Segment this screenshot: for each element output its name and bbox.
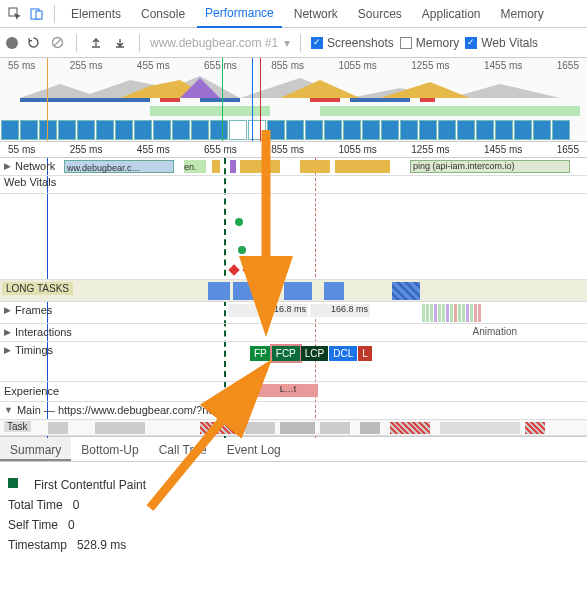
frame-segment[interactable]: 166.8 ms [310,304,370,317]
tab-application[interactable]: Application [414,1,489,27]
overview-timeline[interactable]: 55 ms 255 ms 455 ms 655 ms 855 ms 1055 m… [0,58,587,142]
tick: 655 ms [204,60,237,71]
memory-label: Memory [416,36,459,50]
tick: 255 ms [70,60,103,71]
tab-network[interactable]: Network [286,1,346,27]
checkbox-icon: ✓ [311,37,323,49]
vital-dot[interactable] [235,218,243,226]
summary-pane: First Contentful Paint Total Time 0 Self… [0,462,587,568]
memory-checkbox[interactable]: Memory [400,36,459,50]
expand-icon[interactable]: ▶ [4,305,11,315]
req-label: en. [184,162,197,172]
long-task[interactable] [324,282,344,300]
timing-fcp[interactable]: FCP [272,346,300,361]
tick: 1655 [557,60,579,71]
timings-label: Timings [15,344,53,356]
frame-time: 166.8 ms [331,304,368,314]
tab-calltree[interactable]: Call Tree [149,437,217,461]
req-label: ping (api-iam.intercom.io) [413,161,515,171]
tick: 1055 ms [338,144,376,155]
expand-icon[interactable]: ▶ [4,327,11,337]
record-button[interactable] [6,37,18,49]
network-request[interactable]: ww.debugbear.c… [64,160,174,173]
expand-icon[interactable]: ▶ [4,345,11,355]
frames-track[interactable]: ▶Frames 216.8 ms 166.8 ms [0,302,587,324]
expand-icon[interactable]: ▶ [4,161,11,171]
exp-text: L…t [280,384,297,394]
timing-l[interactable]: L [358,346,372,361]
timing-fp[interactable]: FP [250,346,271,361]
tab-elements[interactable]: Elements [63,1,129,27]
main-label: Main — https://www.debugbear.com/?noredi… [17,404,251,416]
tab-bottomup[interactable]: Bottom-Up [71,437,148,461]
dropdown-icon[interactable]: ▾ [284,36,290,50]
animation-label: Animation [473,326,517,337]
animation-bars [422,304,482,322]
tick: 855 ms [271,144,304,155]
network-request[interactable] [212,160,220,173]
flamechart-ruler[interactable]: 55 ms 255 ms 455 ms 655 ms 855 ms 1055 m… [0,142,587,158]
network-request[interactable] [335,160,390,173]
tab-memory[interactable]: Memory [493,1,552,27]
long-task[interactable] [284,282,312,300]
long-task[interactable] [233,282,255,300]
flamechart-area[interactable]: ▶Network ww.debugbear.c… en. ping (api-i… [0,158,587,436]
svg-line-4 [54,39,61,46]
tick: 255 ms [70,144,103,155]
tab-summary[interactable]: Summary [0,437,71,461]
req-label: ww.debugbear.c… [65,163,141,173]
timestamp-label: Timestamp [8,538,67,552]
overview-cpu [0,74,587,98]
tab-console[interactable]: Console [133,1,193,27]
network-request[interactable]: en. [184,160,206,173]
upload-icon[interactable] [87,34,105,52]
overview-ticks: 55 ms 255 ms 455 ms 655 ms 855 ms 1055 m… [0,58,587,73]
checkbox-icon [400,37,412,49]
timings-track[interactable]: ▶Timings FPFCPLCPDCLL [0,342,587,382]
marker-line [252,58,253,141]
tab-performance[interactable]: Performance [197,0,282,28]
webvitals-label: Web Vitals [4,176,56,188]
clear-icon[interactable] [48,34,66,52]
experience-track[interactable]: Experience L…t [0,382,587,402]
separator [54,5,55,23]
recording-name[interactable]: www.debugbear.com #1 [150,36,278,50]
long-task[interactable] [392,282,420,300]
long-task[interactable] [208,282,230,300]
network-request[interactable] [300,160,330,173]
vital-dot[interactable] [238,246,246,254]
inspect-icon[interactable] [6,5,24,23]
network-track[interactable]: ▶Network ww.debugbear.c… en. ping (api-i… [0,158,587,176]
download-icon[interactable] [111,34,129,52]
self-time-value: 0 [68,518,75,532]
timing-lcp[interactable]: LCP [301,346,328,361]
tab-sources[interactable]: Sources [350,1,410,27]
screenshots-checkbox[interactable]: ✓ Screenshots [311,36,394,50]
expand-icon[interactable]: ▼ [4,405,13,415]
interactions-track[interactable]: ▶Interactions Animation [0,324,587,342]
overview-filmstrip [0,120,587,140]
tick: 855 ms [271,60,304,71]
checkbox-icon: ✓ [465,37,477,49]
frames-label: Frames [15,304,52,316]
timing-dcl[interactable]: DCL [329,346,357,361]
vital-diamond[interactable] [228,264,239,275]
webvitals-canvas[interactable] [0,194,587,280]
experience-segment[interactable]: L…t [258,384,318,397]
reload-icon[interactable] [24,34,42,52]
color-swatch [8,478,18,488]
tab-eventlog[interactable]: Event Log [217,437,291,461]
network-request[interactable] [240,160,280,173]
network-request[interactable]: ping (api-iam.intercom.io) [410,160,570,173]
self-time-label: Self Time [8,518,58,532]
webvitals-track-header[interactable]: Web Vitals [0,176,587,194]
frame-segment[interactable]: 216.8 ms [228,304,308,317]
device-toggle-icon[interactable] [28,5,46,23]
total-time-row: Total Time 0 [8,498,579,512]
network-request[interactable] [230,160,236,173]
task-track[interactable]: Task [0,420,587,436]
longtasks-track[interactable]: LONG TASKS [0,280,587,302]
vital-diamond[interactable] [242,264,253,275]
main-track-header[interactable]: ▼Main — https://www.debugbear.com/?nored… [0,402,587,420]
webvitals-checkbox[interactable]: ✓ Web Vitals [465,36,538,50]
